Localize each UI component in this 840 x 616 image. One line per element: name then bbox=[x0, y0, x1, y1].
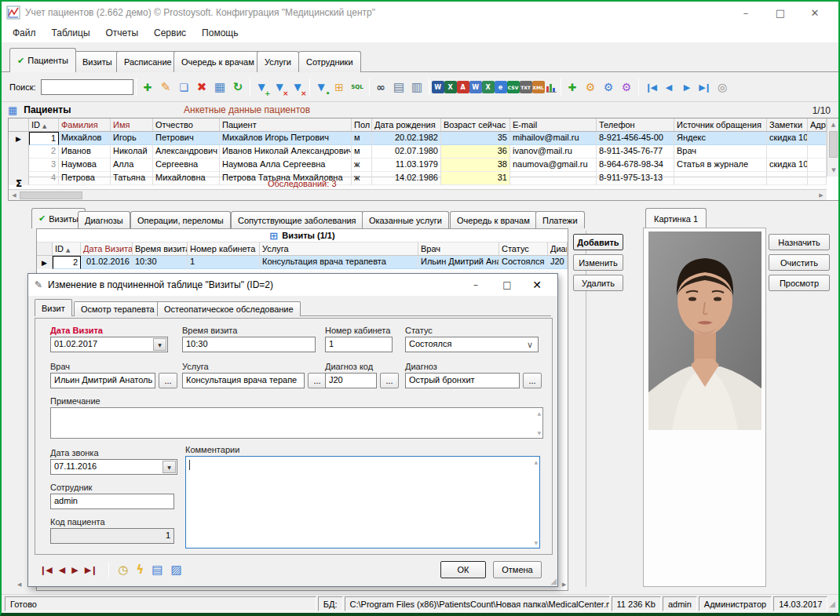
diag-code-lookup-button[interactable]: ... bbox=[380, 373, 399, 388]
doctor-input[interactable]: Ильин Дмитрий Анатоль bbox=[50, 373, 155, 388]
dialog-minimize-button[interactable]: – bbox=[460, 274, 491, 296]
export-csv-icon[interactable]: CSV bbox=[507, 81, 520, 93]
delete-record-icon[interactable]: ✖ bbox=[193, 78, 211, 97]
edit-button[interactable]: Изменить bbox=[573, 254, 623, 271]
room-input[interactable]: 1 bbox=[325, 337, 393, 352]
dtab-payments[interactable]: Платежи bbox=[535, 211, 585, 228]
table-row-2[interactable]: 2 Иванов Николай Александрович Иванов Ни… bbox=[9, 145, 827, 159]
search-input[interactable] bbox=[41, 79, 133, 95]
col-header-email[interactable]: E-mail bbox=[510, 118, 597, 131]
vcol-header-doctor[interactable]: Врач bbox=[418, 242, 499, 255]
cell-phone[interactable]: 8-964-678-98-34 bbox=[597, 159, 674, 172]
print-icon[interactable]: ▤ bbox=[390, 78, 408, 97]
cell-age[interactable]: 31 bbox=[441, 172, 510, 185]
cell-notes[interactable] bbox=[767, 145, 808, 159]
add-field-icon[interactable]: ✚ bbox=[564, 78, 582, 97]
visit-date-combo[interactable]: 01.02.2017 ▼ bbox=[50, 337, 168, 352]
vcell-time[interactable]: 10:30 bbox=[133, 256, 188, 269]
vcell-service[interactable]: Консультация врача терапевта bbox=[260, 256, 418, 269]
patients-vscrollbar[interactable]: ▲ ▼ bbox=[827, 118, 839, 177]
cell-notes[interactable] bbox=[767, 172, 808, 185]
find-icon[interactable]: ∞ bbox=[372, 78, 390, 97]
cell-sex[interactable]: ж bbox=[352, 159, 372, 172]
dtab-operations[interactable]: Операции, переломы bbox=[130, 211, 231, 228]
dtab-diagnoses[interactable]: Диагнозы bbox=[78, 211, 130, 228]
edit-record-icon[interactable]: ✎ bbox=[157, 78, 175, 97]
cell-sex[interactable]: м bbox=[352, 145, 372, 159]
combo-arrow-icon[interactable]: ▼ bbox=[163, 461, 176, 473]
menu-reports[interactable]: Отчеты bbox=[98, 25, 146, 41]
comments-textarea[interactable]: ▲ ▼ bbox=[185, 456, 540, 549]
vcell-room[interactable]: 1 bbox=[188, 256, 260, 269]
cell-id[interactable]: 3 bbox=[29, 159, 59, 172]
col-header-name[interactable]: Имя bbox=[111, 118, 153, 131]
cell-birthdate[interactable]: 02.07.1980 bbox=[372, 145, 441, 159]
clear-picture-button[interactable]: Очистить bbox=[769, 254, 830, 271]
dialog-maximize-button[interactable]: □ bbox=[491, 274, 523, 296]
print-preview-icon[interactable]: ▥ bbox=[408, 78, 426, 97]
ok-button[interactable]: ОК bbox=[440, 561, 486, 578]
diagnosis-input[interactable]: Острый бронхит bbox=[405, 373, 520, 388]
filter-clear-icon[interactable]: ▼ bbox=[271, 78, 289, 97]
cell-address[interactable] bbox=[808, 172, 827, 185]
cell-patronymic[interactable]: Сергеевна bbox=[153, 159, 220, 172]
col-header-surname[interactable]: Фамилия bbox=[59, 118, 111, 131]
combo-arrow-icon[interactable]: ▼ bbox=[153, 338, 166, 351]
scroll-up-icon[interactable]: ▲ bbox=[537, 410, 541, 416]
tab-services[interactable]: Услуги bbox=[257, 51, 299, 72]
vcol-header-id[interactable]: ID▲ bbox=[53, 242, 81, 255]
cell-name[interactable]: Татьяна bbox=[111, 172, 153, 185]
hscroll-thumb[interactable] bbox=[20, 191, 82, 199]
dtab-doctor-queue[interactable]: Очередь к врачам bbox=[450, 211, 537, 228]
table-row-1[interactable]: ▶ 1 Михайлов Игорь Петрович Михайлов Иго… bbox=[9, 132, 827, 145]
add-record-icon[interactable]: ✚ bbox=[139, 78, 157, 97]
cell-phone[interactable]: 8-911-975-13-13 bbox=[597, 172, 674, 185]
doctor-lookup-button[interactable]: ... bbox=[159, 373, 177, 388]
cell-surname[interactable]: Михайлов bbox=[59, 132, 111, 145]
cell-birthdate[interactable]: 11.03.1979 bbox=[372, 159, 441, 172]
nav-first-icon[interactable]: ❙◀ bbox=[641, 78, 659, 97]
cell-birthdate[interactable]: 14.02.1986 bbox=[372, 172, 441, 185]
sql-view-icon[interactable]: SQL bbox=[349, 78, 367, 97]
scroll-down-icon[interactable]: ▼ bbox=[534, 540, 538, 545]
view-picture-button[interactable]: Просмотр bbox=[769, 275, 830, 291]
cell-notes[interactable]: скидка 10%. bbox=[767, 132, 808, 145]
chart-icon[interactable] bbox=[545, 81, 558, 94]
copy-record-icon[interactable]: ❏ bbox=[175, 78, 193, 97]
col-header-source[interactable]: Источник обращения bbox=[674, 118, 767, 131]
cell-address[interactable] bbox=[808, 145, 827, 159]
cell-email[interactable]: ivanov@mail.ru bbox=[510, 145, 597, 159]
cell-address[interactable] bbox=[808, 132, 827, 145]
filter-add-icon[interactable]: ▼ bbox=[253, 78, 271, 97]
cell-email[interactable]: naumova@gmail.ru bbox=[510, 159, 597, 172]
combo-chevron-icon[interactable]: ∨ bbox=[527, 340, 533, 350]
scroll-up-icon[interactable]: ▲ bbox=[534, 459, 538, 465]
visits-row[interactable]: ▶ 2 01.02.2016 10:30 1 Консультация врач… bbox=[37, 256, 568, 269]
status-combo[interactable]: Состоялся ∨ bbox=[405, 337, 539, 352]
tab-patients[interactable]: ✔ Пациенты bbox=[9, 48, 76, 72]
cell-email[interactable] bbox=[510, 172, 597, 185]
cell-notes[interactable]: скидка 10% bbox=[767, 159, 808, 172]
report-settings-icon[interactable]: ⚙ bbox=[582, 78, 600, 97]
export-word-icon[interactable]: W bbox=[432, 81, 444, 93]
cell-id[interactable]: 2 bbox=[29, 145, 59, 159]
note-textarea[interactable]: ▲ ▼ bbox=[50, 407, 543, 439]
col-header-notes[interactable]: Заметки bbox=[767, 118, 808, 131]
scroll-right-icon[interactable]: ▶ bbox=[816, 191, 827, 200]
cell-name[interactable]: Алла bbox=[111, 159, 153, 172]
menu-service[interactable]: Сервис bbox=[146, 25, 194, 41]
webcam-icon[interactable]: ◎ bbox=[714, 78, 732, 97]
tab-schedule[interactable]: Расписание bbox=[116, 51, 180, 72]
vcol-header-diagnosis[interactable]: Диагноз bbox=[548, 242, 568, 255]
export-pdf-icon[interactable]: A bbox=[457, 81, 469, 93]
filter-view-icon[interactable]: ▼ bbox=[312, 78, 331, 97]
vcell-date[interactable]: 01.02.2016 bbox=[81, 256, 133, 269]
cell-source[interactable]: Врач bbox=[674, 145, 767, 159]
cancel-button[interactable]: Отмена bbox=[493, 561, 542, 578]
service-input[interactable]: Консультация врача терапе bbox=[182, 373, 305, 388]
table-row-3[interactable]: 3 Наумова Алла Сергеевна Наумова Алла Се… bbox=[9, 159, 827, 172]
col-header-patient[interactable]: Пациент bbox=[220, 118, 352, 131]
nav-next-icon[interactable]: ▶ bbox=[677, 78, 696, 97]
cell-birthdate[interactable]: 20.02.1982 bbox=[372, 132, 441, 145]
dtab-comorbidities[interactable]: Сопутствующие заболевания bbox=[231, 211, 363, 228]
